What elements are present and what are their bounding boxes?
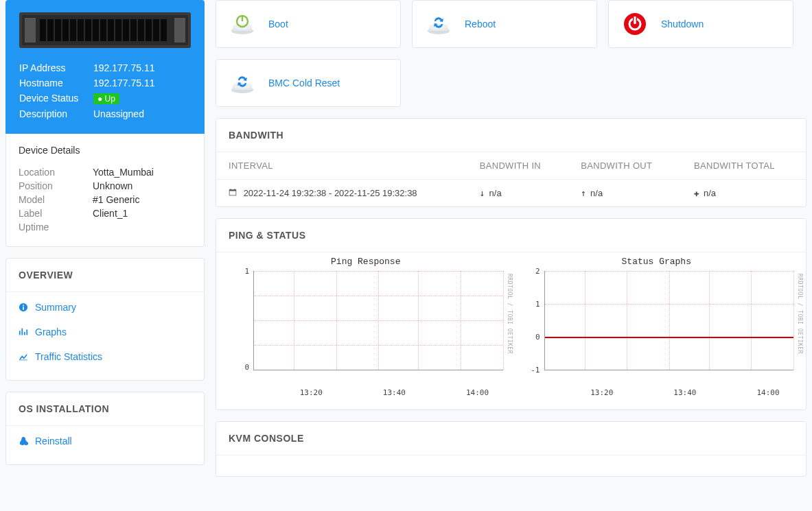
description-value: Unassigned	[93, 108, 144, 119]
overview-panel: OVERVIEW Summary Graphs Traffic Statisti…	[5, 258, 205, 381]
svg-rect-20	[161, 19, 167, 41]
boot-label: Boot	[268, 19, 288, 29]
status-value: ● Up	[93, 93, 122, 104]
svg-rect-9	[78, 19, 84, 41]
shutdown-label: Shutdown	[661, 19, 704, 29]
table-row: 2022-11-24 19:32:38 - 2022-11-25 19:32:3…	[216, 180, 806, 207]
col-total: BANDWITH TOTAL	[682, 152, 806, 180]
svg-rect-7	[62, 19, 69, 41]
svg-rect-4	[40, 19, 46, 41]
kvm-heading: KVM CONSOLE	[216, 422, 806, 455]
description-label: Description	[19, 108, 93, 119]
ip-label: IP Address	[19, 62, 93, 73]
label-label: Label	[19, 208, 93, 219]
hostname-value: 192.177.75.11	[93, 78, 155, 88]
svg-rect-10	[85, 19, 91, 41]
svg-rect-3	[174, 18, 185, 43]
overview-heading: OVERVIEW	[6, 259, 204, 292]
bw-in-value: n/a	[489, 188, 502, 198]
position-label: Position	[19, 180, 93, 191]
shutdown-icon	[621, 10, 649, 38]
nav-traffic-label: Traffic Statistics	[35, 351, 102, 362]
reboot-button[interactable]: Reboot	[412, 0, 597, 48]
pingstatus-heading: PING & STATUS	[216, 219, 806, 252]
svg-rect-12	[100, 19, 106, 41]
device-details-card: Device Details Location Yotta_Mumbai Pos…	[5, 134, 205, 247]
shutdown-button[interactable]: Shutdown	[608, 0, 793, 48]
svg-rect-18	[146, 19, 152, 41]
bandwidth-table: INTERVAL BANDWITH IN BANDWITH OUT BANDWI…	[216, 152, 806, 206]
svg-rect-14	[115, 19, 121, 41]
nav-traffic[interactable]: Traffic Statistics	[6, 344, 204, 369]
svg-rect-15	[123, 19, 129, 41]
position-value: Unknown	[93, 180, 132, 191]
bandwidth-panel: BANDWITH INTERVAL BANDWITH IN BANDWITH O…	[216, 118, 807, 207]
device-summary-card: IP Address 192.177.75.11 Hostname 192.17…	[5, 0, 205, 134]
status-chart: Status Graphs 2 1 0 -1 RRDTOOL / TOBI OE…	[520, 252, 794, 397]
col-in: BANDWITH IN	[467, 152, 568, 180]
col-out: BANDWITH OUT	[568, 152, 682, 180]
nav-reinstall-label: Reinstall	[35, 436, 72, 447]
bw-out-value: n/a	[590, 188, 603, 198]
nav-reinstall[interactable]: Reinstall	[6, 429, 204, 453]
hostname-label: Hostname	[19, 78, 93, 88]
linux-icon	[19, 436, 28, 446]
nav-graphs-label: Graphs	[35, 326, 67, 337]
uptime-label: Uptime	[19, 222, 93, 233]
refresh-icon	[425, 10, 452, 38]
svg-rect-2	[25, 18, 36, 43]
ping-chart-title: Ping Response	[229, 252, 503, 271]
rrdtool-label: RRDTOOL / TOBI OETIKER	[797, 274, 803, 354]
location-value: Yotta_Mumbai	[93, 167, 154, 178]
line-chart-icon	[19, 352, 28, 361]
label-value: Client_1	[93, 208, 128, 219]
bmc-reset-button[interactable]: BMC Cold Reset	[216, 59, 401, 107]
plus-icon: ✚	[694, 188, 699, 198]
server-image	[5, 0, 205, 55]
osinstall-heading: OS INSTALLATION	[6, 392, 204, 425]
bandwidth-heading: BANDWITH	[216, 119, 806, 152]
svg-rect-19	[153, 19, 159, 41]
interval-value: 2022-11-24 19:32:38 - 2022-11-25 19:32:3…	[244, 188, 417, 198]
model-value: #1 Generic	[93, 194, 139, 205]
boot-button[interactable]: Boot	[216, 0, 401, 48]
ping-chart: Ping Response 1 0 RRDTOOL / TOBI OETIKER	[229, 252, 503, 397]
ip-value: 192.177.75.11	[93, 62, 155, 73]
svg-rect-16	[130, 19, 137, 41]
nav-graphs[interactable]: Graphs	[6, 320, 204, 344]
svg-rect-5	[47, 19, 54, 41]
nav-summary[interactable]: Summary	[6, 295, 204, 320]
osinstall-panel: OS INSTALLATION Reinstall	[5, 392, 205, 465]
status-label: Device Status	[19, 93, 93, 104]
pingstatus-panel: PING & STATUS Ping Response 1 0 RRDTOOL …	[216, 218, 807, 410]
refresh-icon	[229, 69, 256, 97]
svg-rect-8	[70, 19, 76, 41]
device-details-heading: Device Details	[19, 145, 192, 156]
model-label: Model	[19, 194, 93, 205]
svg-rect-11	[93, 19, 99, 41]
col-interval: INTERVAL	[216, 152, 467, 180]
location-label: Location	[19, 167, 93, 178]
arrow-down-icon: ↓	[480, 188, 485, 198]
status-chart-title: Status Graphs	[520, 252, 794, 271]
actions-row: Boot Reboot	[216, 0, 807, 107]
bar-chart-icon	[19, 327, 28, 337]
bw-total-value: n/a	[704, 188, 716, 198]
status-badge: ● Up	[93, 93, 119, 104]
power-icon	[229, 10, 256, 38]
kvm-panel: KVM CONSOLE	[216, 421, 807, 477]
reboot-label: Reboot	[465, 19, 496, 29]
svg-rect-6	[55, 19, 61, 41]
info-icon	[19, 302, 28, 312]
rrdtool-label: RRDTOOL / TOBI OETIKER	[507, 274, 513, 354]
nav-summary-label: Summary	[35, 302, 76, 313]
bmc-reset-label: BMC Cold Reset	[268, 78, 340, 88]
svg-rect-17	[138, 19, 144, 41]
arrow-up-icon: ↑	[581, 188, 586, 198]
calendar-icon	[229, 188, 240, 198]
svg-rect-13	[108, 19, 114, 41]
